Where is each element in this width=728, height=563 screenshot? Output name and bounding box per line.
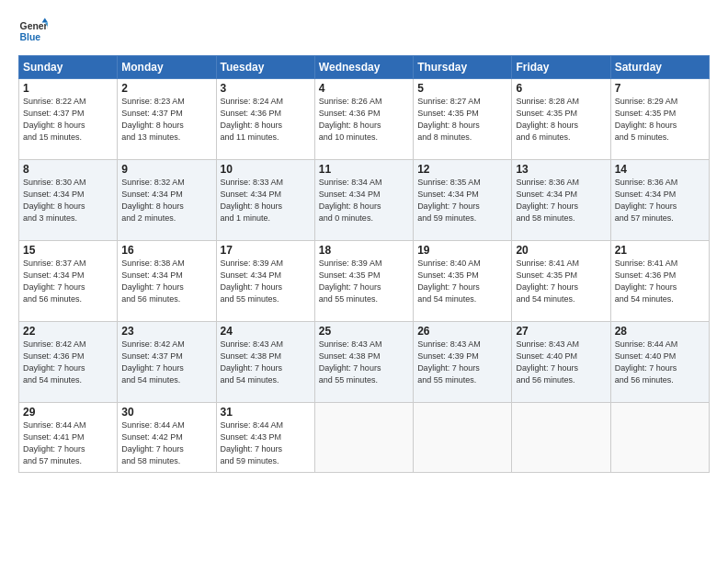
calendar-cell: 7Sunrise: 8:29 AM Sunset: 4:35 PM Daylig…: [610, 79, 709, 160]
calendar-cell: 14Sunrise: 8:36 AM Sunset: 4:34 PM Dayli…: [610, 160, 709, 241]
calendar-cell: 1Sunrise: 8:22 AM Sunset: 4:37 PM Daylig…: [19, 79, 118, 160]
day-info: Sunrise: 8:32 AM Sunset: 4:34 PM Dayligh…: [121, 177, 211, 224]
day-info: Sunrise: 8:39 AM Sunset: 4:35 PM Dayligh…: [319, 258, 409, 305]
day-info: Sunrise: 8:44 AM Sunset: 4:41 PM Dayligh…: [23, 419, 113, 467]
calendar-cell: [512, 403, 610, 473]
day-number: 21: [615, 244, 705, 257]
day-info: Sunrise: 8:23 AM Sunset: 4:37 PM Dayligh…: [121, 96, 211, 144]
day-number: 12: [417, 163, 507, 176]
day-info: Sunrise: 8:29 AM Sunset: 4:35 PM Dayligh…: [615, 96, 705, 144]
day-info: Sunrise: 8:37 AM Sunset: 4:34 PM Dayligh…: [23, 258, 113, 305]
calendar-cell: 30Sunrise: 8:44 AM Sunset: 4:42 PM Dayli…: [118, 403, 216, 473]
calendar-cell: 11Sunrise: 8:34 AM Sunset: 4:34 PM Dayli…: [314, 160, 413, 241]
day-header-tuesday: Tuesday: [216, 56, 314, 79]
day-info: Sunrise: 8:27 AM Sunset: 4:35 PM Dayligh…: [417, 96, 507, 144]
day-info: Sunrise: 8:39 AM Sunset: 4:34 PM Dayligh…: [221, 258, 311, 305]
day-number: 15: [23, 244, 113, 257]
day-number: 27: [516, 325, 606, 338]
calendar-cell: 13Sunrise: 8:36 AM Sunset: 4:34 PM Dayli…: [512, 160, 610, 241]
calendar-cell: 18Sunrise: 8:39 AM Sunset: 4:35 PM Dayli…: [314, 241, 413, 322]
calendar-cell: 6Sunrise: 8:28 AM Sunset: 4:35 PM Daylig…: [512, 79, 610, 160]
day-number: 7: [615, 82, 705, 95]
day-number: 23: [121, 325, 211, 338]
day-info: Sunrise: 8:42 AM Sunset: 4:36 PM Dayligh…: [23, 339, 113, 386]
svg-text:Blue: Blue: [20, 32, 41, 42]
calendar-cell: 15Sunrise: 8:37 AM Sunset: 4:34 PM Dayli…: [19, 241, 118, 322]
calendar-cell: 5Sunrise: 8:27 AM Sunset: 4:35 PM Daylig…: [414, 79, 512, 160]
calendar-cell: 9Sunrise: 8:32 AM Sunset: 4:34 PM Daylig…: [118, 160, 216, 241]
day-header-wednesday: Wednesday: [314, 56, 413, 79]
svg-text:General: General: [20, 21, 48, 31]
day-number: 8: [23, 163, 113, 176]
calendar-cell: 16Sunrise: 8:38 AM Sunset: 4:34 PM Dayli…: [118, 241, 216, 322]
calendar-cell: 27Sunrise: 8:43 AM Sunset: 4:40 PM Dayli…: [512, 322, 610, 403]
day-number: 5: [417, 82, 507, 95]
calendar-cell: 31Sunrise: 8:44 AM Sunset: 4:43 PM Dayli…: [216, 403, 314, 473]
day-info: Sunrise: 8:41 AM Sunset: 4:36 PM Dayligh…: [615, 258, 705, 305]
calendar-cell: 8Sunrise: 8:30 AM Sunset: 4:34 PM Daylig…: [19, 160, 118, 241]
day-info: Sunrise: 8:43 AM Sunset: 4:38 PM Dayligh…: [221, 339, 311, 386]
day-number: 20: [516, 244, 606, 257]
day-info: Sunrise: 8:43 AM Sunset: 4:38 PM Dayligh…: [319, 339, 409, 386]
day-number: 13: [516, 163, 606, 176]
day-header-monday: Monday: [118, 56, 216, 79]
calendar-cell: 2Sunrise: 8:23 AM Sunset: 4:37 PM Daylig…: [118, 79, 216, 160]
day-info: Sunrise: 8:26 AM Sunset: 4:36 PM Dayligh…: [319, 96, 409, 144]
day-info: Sunrise: 8:43 AM Sunset: 4:40 PM Dayligh…: [516, 339, 606, 386]
day-number: 26: [417, 325, 507, 338]
day-info: Sunrise: 8:33 AM Sunset: 4:34 PM Dayligh…: [221, 177, 311, 224]
calendar-cell: 29Sunrise: 8:44 AM Sunset: 4:41 PM Dayli…: [19, 403, 118, 473]
day-number: 25: [319, 325, 409, 338]
day-number: 1: [23, 82, 113, 95]
day-number: 17: [221, 244, 311, 257]
day-header-sunday: Sunday: [19, 56, 118, 79]
calendar-cell: 24Sunrise: 8:43 AM Sunset: 4:38 PM Dayli…: [216, 322, 314, 403]
logo-icon: General Blue: [18, 17, 48, 46]
calendar-cell: 23Sunrise: 8:42 AM Sunset: 4:37 PM Dayli…: [118, 322, 216, 403]
day-number: 30: [121, 406, 211, 419]
day-number: 14: [615, 163, 705, 176]
calendar-cell: 26Sunrise: 8:43 AM Sunset: 4:39 PM Dayli…: [414, 322, 512, 403]
day-info: Sunrise: 8:28 AM Sunset: 4:35 PM Dayligh…: [516, 96, 606, 144]
calendar-cell: 10Sunrise: 8:33 AM Sunset: 4:34 PM Dayli…: [216, 160, 314, 241]
calendar-header-row: SundayMondayTuesdayWednesdayThursdayFrid…: [19, 56, 710, 79]
day-info: Sunrise: 8:36 AM Sunset: 4:34 PM Dayligh…: [615, 177, 705, 224]
day-info: Sunrise: 8:38 AM Sunset: 4:34 PM Dayligh…: [121, 258, 211, 305]
day-number: 18: [319, 244, 409, 257]
calendar-cell: [610, 403, 709, 473]
logo: General Blue: [18, 17, 48, 46]
day-number: 3: [221, 82, 311, 95]
calendar-week-4: 22Sunrise: 8:42 AM Sunset: 4:36 PM Dayli…: [19, 322, 710, 403]
calendar-week-3: 15Sunrise: 8:37 AM Sunset: 4:34 PM Dayli…: [19, 241, 710, 322]
calendar-cell: 3Sunrise: 8:24 AM Sunset: 4:36 PM Daylig…: [216, 79, 314, 160]
calendar-cell: [414, 403, 512, 473]
day-number: 6: [516, 82, 606, 95]
calendar-cell: 22Sunrise: 8:42 AM Sunset: 4:36 PM Dayli…: [19, 322, 118, 403]
day-info: Sunrise: 8:44 AM Sunset: 4:42 PM Dayligh…: [121, 419, 211, 467]
day-number: 11: [319, 163, 409, 176]
day-number: 19: [417, 244, 507, 257]
day-number: 29: [23, 406, 113, 419]
day-info: Sunrise: 8:40 AM Sunset: 4:35 PM Dayligh…: [417, 258, 507, 305]
calendar-table: SundayMondayTuesdayWednesdayThursdayFrid…: [18, 55, 710, 473]
day-info: Sunrise: 8:30 AM Sunset: 4:34 PM Dayligh…: [23, 177, 113, 224]
day-number: 16: [121, 244, 211, 257]
day-number: 2: [121, 82, 211, 95]
day-number: 28: [615, 325, 705, 338]
calendar-cell: 20Sunrise: 8:41 AM Sunset: 4:35 PM Dayli…: [512, 241, 610, 322]
day-header-saturday: Saturday: [610, 56, 709, 79]
calendar-cell: 12Sunrise: 8:35 AM Sunset: 4:34 PM Dayli…: [414, 160, 512, 241]
svg-marker-2: [42, 18, 48, 23]
calendar-cell: 25Sunrise: 8:43 AM Sunset: 4:38 PM Dayli…: [314, 322, 413, 403]
calendar-cell: [314, 403, 413, 473]
page: General Blue SundayMondayTuesdayWednesda…: [0, 0, 728, 563]
day-info: Sunrise: 8:35 AM Sunset: 4:34 PM Dayligh…: [417, 177, 507, 224]
day-number: 4: [319, 82, 409, 95]
day-number: 9: [121, 163, 211, 176]
calendar-week-5: 29Sunrise: 8:44 AM Sunset: 4:41 PM Dayli…: [19, 403, 710, 473]
calendar-cell: 19Sunrise: 8:40 AM Sunset: 4:35 PM Dayli…: [414, 241, 512, 322]
calendar-cell: 4Sunrise: 8:26 AM Sunset: 4:36 PM Daylig…: [314, 79, 413, 160]
day-number: 24: [221, 325, 311, 338]
calendar-cell: 28Sunrise: 8:44 AM Sunset: 4:40 PM Dayli…: [610, 322, 709, 403]
day-info: Sunrise: 8:22 AM Sunset: 4:37 PM Dayligh…: [23, 96, 113, 144]
